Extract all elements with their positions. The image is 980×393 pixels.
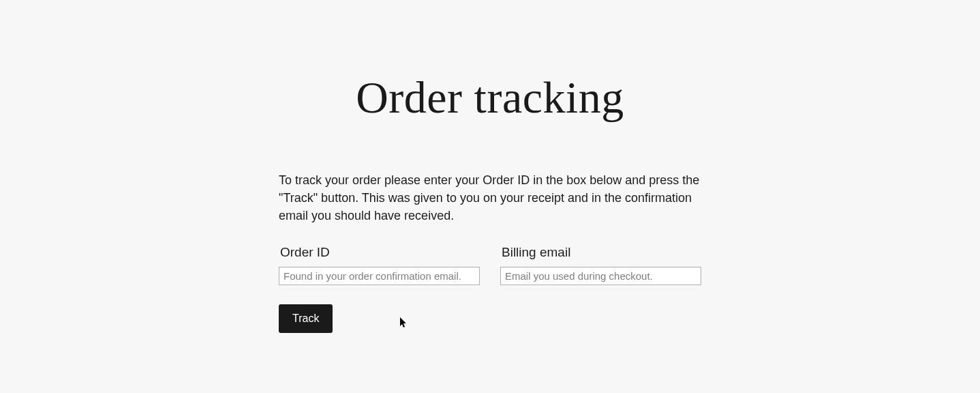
order-id-label: Order ID: [279, 245, 480, 260]
tracking-description: To track your order please enter your Or…: [279, 171, 701, 224]
billing-email-label: Billing email: [500, 245, 701, 260]
page-title: Order tracking: [279, 72, 701, 123]
track-button[interactable]: Track: [279, 304, 333, 333]
billing-email-group: Billing email: [500, 245, 701, 285]
form-row: Order ID Billing email: [279, 245, 701, 285]
order-id-group: Order ID: [279, 245, 480, 285]
billing-email-input[interactable]: [500, 267, 701, 285]
order-id-input[interactable]: [279, 267, 480, 285]
order-tracking-container: Order tracking To track your order pleas…: [279, 0, 701, 333]
